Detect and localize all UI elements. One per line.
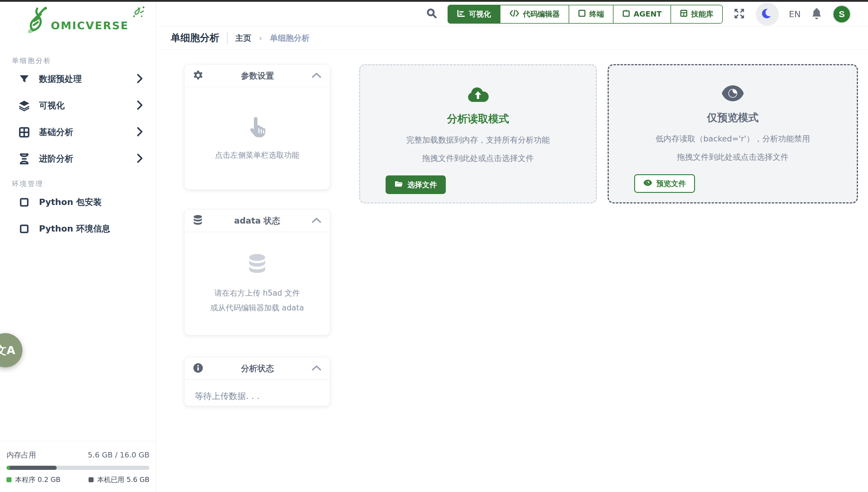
preview-file-button[interactable]: 预览文件 bbox=[634, 174, 695, 193]
tab-skills-library[interactable]: 技能库 bbox=[670, 5, 722, 23]
sidebar-item-preprocessing[interactable]: 数据预处理 bbox=[0, 67, 156, 92]
memory-usage-value: 5.6 GB / 16.0 GB bbox=[88, 451, 149, 459]
chevron-up-icon bbox=[311, 365, 322, 372]
chevron-up-icon bbox=[311, 217, 322, 224]
card-title: 参数设置 bbox=[203, 70, 311, 81]
memory-label: 内存占用 bbox=[6, 450, 36, 460]
sidebar-item-python-env[interactable]: Python 环境信息 bbox=[0, 216, 156, 242]
chevron-right-icon bbox=[136, 100, 143, 111]
folder-open-icon bbox=[394, 180, 403, 189]
chevron-right-icon bbox=[136, 153, 143, 165]
choose-file-label: 选择文件 bbox=[407, 180, 437, 190]
hand-pointer-icon bbox=[248, 116, 267, 140]
logo-text: OMICVERSE bbox=[51, 20, 129, 35]
layers-icon bbox=[18, 100, 31, 111]
collapse-button[interactable] bbox=[311, 365, 322, 372]
nav-section-label: 环境管理 bbox=[0, 179, 156, 189]
memory-fill-app bbox=[6, 466, 10, 470]
memory-panel: 内存占用 5.6 GB / 16.0 GB 本程序 0.2 GB 本机已用 5.… bbox=[0, 441, 156, 492]
package-icon bbox=[18, 198, 31, 207]
top-bar: 可视化 代码编辑器 终端 AGENT bbox=[156, 2, 868, 27]
code-icon bbox=[509, 9, 519, 19]
database-placeholder-icon bbox=[248, 253, 267, 276]
tab-agent[interactable]: AGENT bbox=[613, 5, 670, 23]
expand-arrows-icon bbox=[733, 7, 746, 21]
sidebar-item-label: 进阶分析 bbox=[39, 153, 136, 165]
terminal-icon bbox=[578, 9, 586, 19]
sidebar-item-basic-analysis[interactable]: 基础分析 bbox=[0, 120, 156, 145]
adata-hint-line1: 请在右方上传 h5ad 文件 bbox=[214, 287, 300, 299]
card-title: 分析状态 bbox=[203, 363, 311, 374]
tab-label: AGENT bbox=[634, 10, 662, 18]
gray-swatch-icon bbox=[88, 477, 94, 482]
view-switcher: 可视化 代码编辑器 终端 AGENT bbox=[448, 5, 723, 24]
green-swatch-icon bbox=[6, 477, 11, 482]
tab-code-editor[interactable]: 代码编辑器 bbox=[500, 5, 569, 23]
sidebar-item-label: 基础分析 bbox=[39, 126, 136, 138]
sidebar-item-label: Python 包安装 bbox=[39, 196, 143, 208]
chevron-right-icon bbox=[136, 74, 143, 85]
sidebar-nav: 单细胞分析 数据预处理 可视化 bbox=[0, 40, 156, 242]
chevron-right-icon bbox=[136, 127, 143, 138]
window-top-strip bbox=[0, 0, 868, 2]
eye-icon bbox=[721, 85, 744, 103]
preview-file-label: 预览文件 bbox=[656, 179, 686, 189]
sidebar-item-advanced-analysis[interactable]: 进阶分析 bbox=[0, 146, 156, 172]
collapse-button[interactable] bbox=[311, 217, 322, 224]
preview-mode-dropzone[interactable]: 仅预览模式 低内存读取（backed='r'），分析功能禁用 拖拽文件到此处或点… bbox=[608, 64, 858, 203]
dropzone-hint: 拖拽文件到此处或点击选择文件 bbox=[422, 153, 534, 164]
table-icon bbox=[18, 127, 31, 138]
memory-legend-used-label: 本机已用 5.6 GB bbox=[97, 475, 149, 484]
moon-icon bbox=[761, 7, 774, 21]
collapse-button[interactable] bbox=[311, 72, 322, 79]
notifications-button[interactable] bbox=[811, 7, 822, 21]
memory-legend-app: 本程序 0.2 GB bbox=[6, 475, 60, 484]
user-avatar[interactable]: S bbox=[833, 5, 851, 23]
tab-label: 技能库 bbox=[691, 9, 713, 19]
breadcrumb-divider bbox=[227, 32, 228, 44]
memory-fill-used bbox=[10, 466, 57, 470]
info-icon bbox=[193, 363, 203, 374]
tab-label: 可视化 bbox=[469, 9, 491, 19]
nav-section-label: 单细胞分析 bbox=[0, 56, 156, 65]
filter-icon bbox=[18, 74, 31, 84]
breadcrumb-chevron-icon: › bbox=[259, 33, 262, 43]
analysis-mode-dropzone[interactable]: 分析读取模式 完整加载数据到内存，支持所有分析功能 拖拽文件到此处或点击选择文件… bbox=[359, 64, 597, 203]
memory-legend-used: 本机已用 5.6 GB bbox=[88, 475, 149, 484]
memory-legend-app-label: 本程序 0.2 GB bbox=[15, 475, 60, 484]
sidebar-item-label: 数据预处理 bbox=[39, 73, 136, 85]
choose-file-button[interactable]: 选择文件 bbox=[386, 175, 446, 194]
agent-icon bbox=[622, 9, 630, 19]
adata-hint-line2: 或从代码编辑器加载 adata bbox=[210, 302, 304, 314]
page-title: 单细胞分析 bbox=[171, 31, 219, 45]
cloud-upload-icon bbox=[466, 85, 490, 104]
sidebar: OMICVERSE 单细胞分析 数据预处理 bbox=[0, 2, 156, 492]
dropzone-hint: 拖拽文件到此处或点击选择文件 bbox=[677, 152, 789, 163]
sidebar-item-label: 可视化 bbox=[39, 100, 136, 112]
search-icon bbox=[426, 8, 437, 20]
dna-icon bbox=[18, 153, 31, 165]
theme-toggle[interactable] bbox=[756, 3, 779, 26]
breadcrumb-home-link[interactable]: 主页 bbox=[235, 33, 251, 43]
params-card: 参数设置 点击左侧菜单栏选取功能 bbox=[184, 65, 330, 190]
tab-label: 终端 bbox=[589, 9, 604, 19]
dropzone-desc: 完整加载数据到内存，支持所有分析功能 bbox=[406, 135, 550, 145]
sidebar-item-python-packages[interactable]: Python 包安装 bbox=[0, 190, 156, 215]
expand-button[interactable] bbox=[733, 7, 746, 21]
dropzone-title: 分析读取模式 bbox=[447, 112, 509, 126]
dropzone-desc: 低内存读取（backed='r'），分析功能禁用 bbox=[656, 133, 810, 144]
database-icon bbox=[193, 215, 203, 227]
breadcrumb: 单细胞分析 主页 › 单细胞分析 bbox=[156, 27, 868, 50]
tab-label: 代码编辑器 bbox=[523, 9, 560, 19]
logo[interactable]: OMICVERSE bbox=[0, 2, 156, 40]
gear-icon bbox=[193, 70, 203, 82]
dna-logo-icon bbox=[27, 7, 49, 35]
dropzone-title: 仅预览模式 bbox=[707, 111, 759, 125]
sidebar-item-visualization[interactable]: 可视化 bbox=[0, 93, 156, 118]
tab-visualization[interactable]: 可视化 bbox=[448, 5, 500, 23]
dna-sprite-icon bbox=[132, 5, 145, 20]
search-button[interactable] bbox=[426, 8, 437, 20]
language-switch[interactable]: EN bbox=[789, 9, 801, 19]
tab-terminal[interactable]: 终端 bbox=[569, 5, 613, 23]
adata-card: adata 状态 请在右方上传 h5ad 文件 或从代码编辑器加载 adata bbox=[184, 210, 330, 335]
